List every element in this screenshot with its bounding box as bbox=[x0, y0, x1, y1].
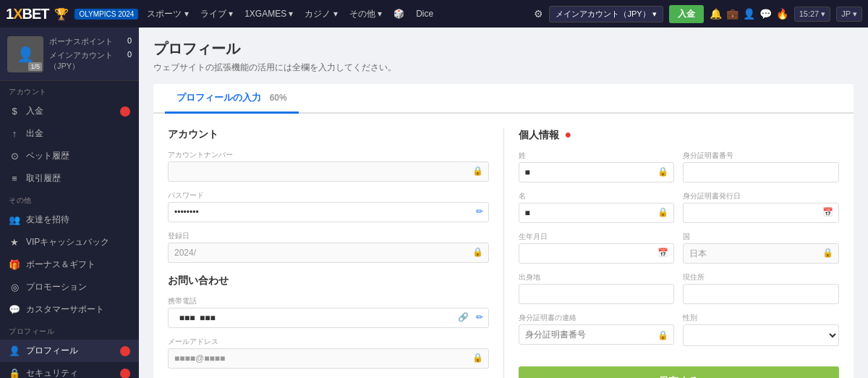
password-input[interactable] bbox=[168, 202, 489, 222]
birthplace-input[interactable] bbox=[519, 284, 675, 304]
sidebar-item-bet-history[interactable]: ⊙ ベット履歴 bbox=[0, 145, 139, 167]
idcopy-input[interactable] bbox=[519, 324, 675, 345]
country-input[interactable] bbox=[683, 243, 839, 264]
bonus-icon: 🎁 bbox=[9, 259, 20, 270]
account-number-input[interactable] bbox=[168, 161, 489, 182]
time-button[interactable]: 15:27 ▾ bbox=[794, 7, 831, 22]
profile-badge bbox=[120, 346, 130, 356]
edit-icon[interactable]: ✏ bbox=[476, 206, 483, 217]
flame-icon[interactable]: 🔥 bbox=[776, 8, 788, 20]
phone-label: 携帯電話 bbox=[168, 296, 489, 306]
lastname-input[interactable] bbox=[519, 162, 675, 182]
firstname-input[interactable] bbox=[519, 203, 675, 223]
account-button[interactable]: メインアカウント（JPY） ▾ bbox=[549, 6, 663, 22]
lastname-field: 姓 🔒 bbox=[519, 151, 675, 182]
sidebar-vip-label: VIPキャッシュバック bbox=[26, 236, 109, 248]
cart-icon[interactable]: 💼 bbox=[726, 8, 739, 20]
sidebar-item-support[interactable]: 💬 カスタマーサポート bbox=[0, 298, 139, 321]
sidebar-support-label: カスタマーサポート bbox=[26, 303, 104, 316]
withdraw-icon: ↑ bbox=[9, 128, 20, 139]
link-icon[interactable]: 🔗 bbox=[458, 312, 469, 322]
bonus-value: 0 bbox=[127, 36, 132, 47]
country-label: 国 bbox=[683, 232, 839, 242]
nav-1xgames[interactable]: 1XGAMES ▾ bbox=[242, 9, 296, 19]
sidebar-deposit-label: 入金 bbox=[26, 105, 43, 117]
phone-input[interactable] bbox=[168, 308, 489, 328]
nav-sports[interactable]: スポーツ ▾ bbox=[144, 8, 191, 20]
chat-icon[interactable]: 💬 bbox=[760, 8, 772, 20]
address-field: 現住所 bbox=[683, 272, 839, 304]
birthdate-calendar-icon[interactable]: 📅 bbox=[658, 248, 668, 258]
idcopy-field: 身分証明書の連絡 🔒 bbox=[519, 313, 675, 346]
form-divider bbox=[503, 128, 504, 378]
main-layout: 👤 1/5 ボーナスポイント 0 メインアカウント（JPY） 0 アカウント $… bbox=[0, 28, 868, 378]
sidebar-transaction-label: 取引履歴 bbox=[26, 172, 61, 185]
phone-field: 携帯電話 🔗 ✏ bbox=[168, 296, 489, 328]
email-input[interactable] bbox=[168, 348, 489, 369]
nav-other[interactable]: その他 ▾ bbox=[346, 8, 385, 20]
sidebar-section-account: アカウント bbox=[0, 81, 139, 100]
sidebar-item-transaction[interactable]: ≡ 取引履歴 bbox=[0, 167, 139, 190]
gender-label: 性別 bbox=[683, 313, 839, 323]
save-button-row: 保存する bbox=[519, 366, 840, 378]
deposit-icon: $ bbox=[9, 106, 20, 117]
regdate-input[interactable] bbox=[168, 243, 489, 263]
password-field: パスワード ✏ bbox=[168, 190, 489, 222]
bet-history-icon: ⊙ bbox=[9, 151, 20, 161]
promo-icon: ◎ bbox=[9, 282, 20, 293]
sidebar-bonus-label: ボーナス＆ギフト bbox=[26, 259, 95, 271]
gender-select[interactable]: 男性 女性 bbox=[683, 324, 839, 346]
sidebar-item-profile[interactable]: 👤 プロフィール bbox=[0, 340, 139, 362]
settings-icon[interactable]: ⚙ bbox=[534, 8, 543, 20]
language-button[interactable]: JP ▾ bbox=[836, 7, 862, 22]
vip-icon: ★ bbox=[9, 237, 20, 248]
olympics-badge[interactable]: OLYMPICS 2024 bbox=[75, 9, 138, 20]
id-number-input[interactable] bbox=[683, 162, 839, 182]
nav-live[interactable]: ライブ ▾ bbox=[197, 8, 236, 20]
contact-section-title: お問い合わせ bbox=[168, 274, 489, 287]
user-icon[interactable]: 👤 bbox=[743, 8, 755, 20]
firstname-row: 名 🔒 身分証明書発行日 📅 bbox=[519, 191, 840, 232]
address-label: 現住所 bbox=[683, 272, 839, 282]
sidebar-item-promo[interactable]: ◎ プロモーション bbox=[0, 276, 139, 298]
sidebar-section-profile: プロフィール bbox=[0, 321, 139, 340]
calendar-icon[interactable]: 📅 bbox=[822, 207, 833, 217]
nav-dice-icon: 🎲 bbox=[391, 9, 407, 19]
logo[interactable]: 1XBET bbox=[6, 6, 48, 22]
sidebar-item-withdraw[interactable]: ↑ 出金 bbox=[0, 122, 139, 145]
support-icon: 💬 bbox=[9, 304, 20, 315]
sidebar-item-invite[interactable]: 👥 友達を招待 bbox=[0, 209, 139, 231]
birthdate-input[interactable] bbox=[519, 243, 675, 264]
email-label: メールアドレス bbox=[168, 337, 489, 347]
phone-edit-icon[interactable]: ✏ bbox=[476, 312, 483, 322]
sidebar-section-other: その他 bbox=[0, 190, 139, 209]
sidebar-item-deposit[interactable]: $ 入金 bbox=[0, 100, 139, 122]
save-button[interactable]: 保存する bbox=[519, 366, 840, 378]
trophy-icon: 🏆 bbox=[54, 7, 69, 21]
left-column: アカウント アカウントナンバー 🔒 パスワード ✏ 登録日 bbox=[168, 128, 489, 378]
deposit-button[interactable]: 入金 bbox=[669, 5, 704, 23]
regdate-field: 登録日 🔒 bbox=[168, 231, 489, 263]
invite-icon: 👥 bbox=[9, 214, 20, 225]
password-label: パスワード bbox=[168, 190, 489, 201]
country-field: 国 🔒 bbox=[683, 232, 839, 264]
address-input[interactable] bbox=[683, 284, 839, 304]
sidebar-profile-label: プロフィール bbox=[26, 345, 78, 357]
tab-profile-input[interactable]: プロフィールの入力 60% bbox=[165, 84, 299, 114]
regdate-label: 登録日 bbox=[168, 231, 489, 241]
id-number-field: 身分証明書番号 bbox=[683, 151, 839, 182]
firstname-lock-icon: 🔒 bbox=[658, 207, 668, 217]
sidebar-item-vip[interactable]: ★ VIPキャッシュバック bbox=[0, 231, 139, 253]
notification-icon[interactable]: 🔔 bbox=[710, 8, 722, 20]
tab-pct: 60% bbox=[270, 93, 287, 103]
nav-dice[interactable]: Dice bbox=[413, 9, 436, 19]
sidebar-profile-header: 👤 1/5 ボーナスポイント 0 メインアカウント（JPY） 0 bbox=[0, 28, 139, 81]
id-issue-input[interactable] bbox=[683, 203, 839, 223]
form-columns: アカウント アカウントナンバー 🔒 パスワード ✏ 登録日 bbox=[168, 128, 839, 378]
sidebar-item-security[interactable]: 🔒 セキュリティ bbox=[0, 362, 139, 378]
account-row: メインアカウント（JPY） 0 bbox=[49, 49, 132, 73]
sidebar-item-bonus[interactable]: 🎁 ボーナス＆ギフト bbox=[0, 253, 139, 276]
birth-country-row: 生年月日 📅 国 🔒 bbox=[519, 232, 840, 272]
nav-casino[interactable]: カジノ ▾ bbox=[302, 8, 340, 20]
lock-icon: 🔒 bbox=[472, 166, 483, 176]
